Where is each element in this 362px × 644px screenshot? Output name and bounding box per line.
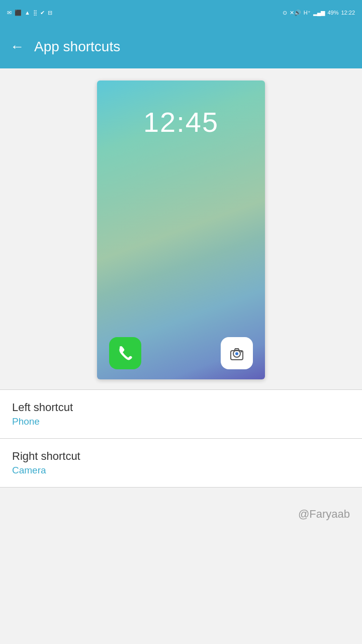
image-icon: ⬛ — [15, 10, 22, 16]
status-bar-left: ✉ ⬛ ▲ ⣿ ✔ ⊟ — [7, 10, 52, 16]
network-icon: H⁺ — [304, 10, 311, 16]
time-display: 12:22 — [341, 10, 355, 16]
battery-percent: 49% — [327, 10, 338, 16]
right-shortcut-item[interactable]: Right shortcut Camera — [0, 439, 362, 487]
preview-time: 12:45 — [97, 106, 265, 138]
left-shortcut-item[interactable]: Left shortcut Phone — [0, 390, 362, 438]
signal-icon: ▂▄▆ — [313, 10, 325, 16]
voicemail-icon: ⊟ — [48, 10, 52, 16]
phone-preview-container: 12:45 — [0, 68, 362, 389]
status-bar-right: ⊙ ✕🔊 H⁺ ▂▄▆ 49% 12:22 — [283, 10, 355, 16]
phone-preview: 12:45 — [97, 80, 265, 379]
eye-icon: ⊙ — [283, 10, 287, 16]
check-icon: ✔ — [40, 10, 45, 16]
page-title: App shortcuts — [34, 39, 120, 55]
left-shortcut-label: Left shortcut — [12, 401, 350, 414]
svg-point-3 — [241, 351, 242, 353]
barcode-icon: ⣿ — [33, 10, 37, 16]
right-shortcut-label: Right shortcut — [12, 450, 350, 463]
wifi-icon: ▲ — [25, 10, 30, 16]
watermark: @Faryaab — [0, 488, 362, 531]
mute-icon: ✕🔊 — [290, 10, 301, 16]
content: 12:45 — [0, 68, 362, 551]
header: ← App shortcuts — [0, 25, 362, 68]
svg-point-1 — [235, 352, 238, 355]
status-bar: ✉ ⬛ ▲ ⣿ ✔ ⊟ ⊙ ✕🔊 H⁺ ▂▄▆ 49% 12:22 — [0, 0, 362, 25]
right-shortcut-value: Camera — [12, 465, 350, 476]
left-shortcut-icon[interactable] — [109, 337, 141, 369]
preview-shortcuts — [97, 337, 265, 369]
left-shortcut-value: Phone — [12, 416, 350, 427]
right-shortcut-icon[interactable] — [221, 337, 253, 369]
email-icon: ✉ — [7, 10, 12, 16]
back-button[interactable]: ← — [10, 39, 24, 55]
